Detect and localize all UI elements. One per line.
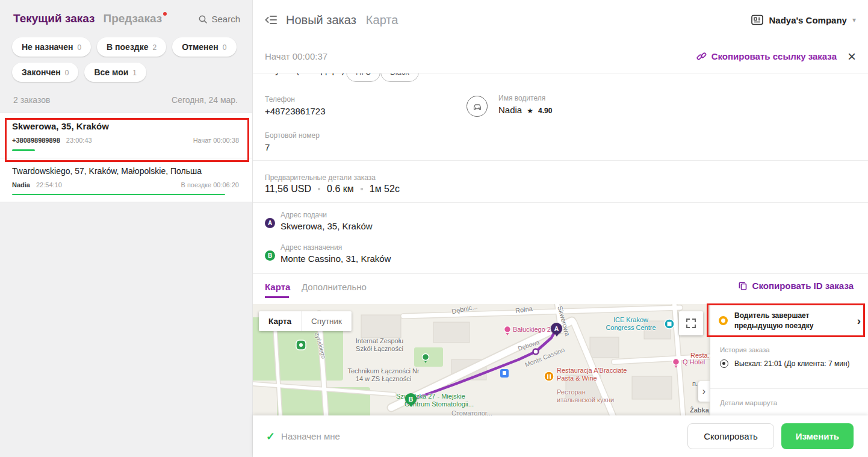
map-marker-b[interactable]: B — [405, 393, 417, 405]
company-selector[interactable]: Nadya's Company ▾ — [751, 13, 856, 26]
order-status: В поездке 00:06:20 — [181, 181, 240, 188]
tab-detail-additional[interactable]: Дополнительно — [302, 282, 367, 292]
order-duration: 1м 52с — [370, 184, 400, 194]
tab-current-order[interactable]: Текущий заказ — [13, 12, 95, 25]
order-subheader: Начат 00:00:37 Скопировать ссылку заказа… — [253, 40, 868, 73]
driver-status-text: Водитель завершает предыдущую поездку — [734, 311, 842, 331]
filter-label: Закончен — [22, 67, 61, 77]
tab-preorder-label: Предзаказ — [104, 12, 163, 25]
pickup-marker-a: A — [265, 218, 275, 228]
edit-order-button[interactable]: Изменить — [781, 423, 854, 449]
poi-label: Ресторан итальянской кухни — [557, 388, 617, 404]
order-card[interactable]: Twardowskiego, 57, Kraków, Małopolskie, … — [0, 158, 252, 202]
filter-label: Все мои — [94, 67, 128, 77]
driver-rating: 4.90 — [538, 107, 552, 115]
driver-status-row[interactable]: Водитель завершает предыдущую поездку › — [710, 304, 868, 338]
copy-icon — [738, 281, 748, 291]
map-type-map-button[interactable]: Карта — [259, 311, 301, 331]
filter-all-mine[interactable]: Все мои 1 — [84, 63, 146, 82]
poi-label[interactable]: ICE Krakow Congress Centre — [601, 316, 661, 332]
poi-badge-park[interactable] — [296, 340, 306, 350]
order-address: Twardowskiego, 57, Kraków, Małopolskie, … — [12, 166, 239, 176]
route-details-label: Детали маршрута — [720, 399, 777, 406]
copy-order-link-button[interactable]: Скопировать ссылку заказа — [696, 51, 837, 61]
panel-collapse-handle[interactable]: › — [698, 381, 710, 402]
search-icon — [198, 14, 208, 24]
chevron-right-icon: › — [857, 314, 861, 328]
chevron-down-icon: ▾ — [852, 16, 856, 24]
poi-label[interactable]: Bałuckiego 29 — [513, 326, 554, 334]
filter-count: 1 — [132, 69, 137, 77]
main-topbar: Новый заказ Карта Nadya's Company ▾ — [253, 0, 868, 40]
map-fullscreen-button[interactable] — [679, 311, 703, 335]
order-footer: ✓ Назначен мне Скопировать Изменить — [253, 415, 868, 457]
map-marker-a[interactable]: A — [551, 323, 562, 334]
poi-label[interactable]: Internat Zespołu Szkół Łączności — [348, 337, 411, 353]
phone-value: +48723861723 — [265, 106, 326, 116]
divider — [253, 160, 868, 161]
chevron-right-icon: › — [702, 386, 705, 397]
copy-order-button[interactable]: Скопировать — [687, 423, 774, 449]
order-driver: Nadia — [12, 181, 30, 188]
sidebar-header: Текущий заказ Предзаказ Search — [0, 0, 252, 25]
tab-detail-map[interactable]: Карта — [265, 282, 290, 292]
tab-new-order[interactable]: Новый заказ — [286, 13, 356, 27]
transit-station-icon[interactable] — [500, 369, 509, 378]
assigned-label: Назначен мне — [281, 431, 340, 441]
filter-finished[interactable]: Закончен 0 — [12, 63, 78, 82]
poi-label[interactable]: Żabka — [690, 406, 709, 414]
copy-order-id-label: Скопировать ID заказа — [752, 281, 854, 291]
filter-in-ride[interactable]: В поездке 2 — [97, 37, 166, 57]
link-icon — [696, 51, 707, 61]
filter-count: 0 — [223, 43, 227, 52]
filter-cancelled[interactable]: Отменен 0 — [172, 37, 236, 57]
pre-details-label: Предварительные детали заказа — [265, 173, 376, 182]
order-phone: +380898989898 — [12, 137, 60, 144]
main-area: Новый заказ Карта Nadya's Company ▾ Нача… — [253, 0, 868, 457]
star-icon: ★ — [527, 107, 533, 115]
order-time: 22:54:10 — [36, 181, 62, 188]
filter-label: Отменен — [182, 42, 219, 52]
company-icon — [751, 13, 764, 26]
order-distance: 0.6 км — [327, 184, 354, 194]
tab-map-view[interactable]: Карта — [366, 13, 398, 27]
map-type-controls: Карта Спутник — [259, 311, 352, 331]
phone-label: Телефон — [265, 95, 295, 104]
board-number-label: Бортовой номер — [265, 131, 320, 140]
filter-label: Не назначен — [22, 42, 73, 52]
poi-label[interactable]: Technikum Łączności Nr 14 w ZS Łączności — [344, 367, 423, 383]
collapse-sidebar-icon[interactable] — [265, 14, 277, 26]
filter-unassigned[interactable]: Не назначен 0 — [12, 37, 91, 57]
map-type-satellite-button[interactable]: Спутник — [301, 311, 352, 331]
orders-count: 2 заказов — [13, 95, 50, 105]
tab-preorder[interactable]: Предзаказ — [104, 12, 163, 25]
search-button[interactable]: Search — [198, 12, 240, 24]
map-canvas[interactable]: Dębnic... Rolna Skwerowa Bałuckiego 29 I… — [253, 304, 868, 415]
order-progress-bar — [12, 149, 35, 151]
poi-icon-ice-congress[interactable] — [665, 319, 674, 329]
order-started-timer: Начат 00:00:37 — [265, 51, 327, 61]
copy-order-id-button[interactable]: Скопировать ID заказа — [738, 281, 854, 291]
status-dot-icon — [719, 316, 728, 325]
dropoff-address: Monte Cassino, 31, Kraków — [281, 253, 391, 264]
order-card-active[interactable]: Skwerowa, 35, Kraków +380898989898 23:00… — [0, 113, 252, 158]
poi-label: Стоматолог... — [451, 409, 492, 415]
order-progress-bar — [12, 194, 225, 195]
divider — [710, 388, 868, 389]
order-history-label: История заказа — [720, 346, 770, 353]
filter-count: 0 — [77, 43, 81, 52]
poi-label[interactable]: Restauracja A'Bracciate Pasta & Wine — [557, 367, 635, 382]
company-name: Nadya's Company — [769, 15, 847, 25]
poi-pin-restaurant[interactable] — [544, 372, 554, 381]
order-time: 23:00:43 — [66, 137, 92, 144]
filter-count: 0 — [65, 69, 69, 77]
close-icon[interactable]: × — [848, 49, 856, 64]
pre-details-row: 11,56 USD 0.6 км 1м 52с — [265, 184, 400, 194]
dispatch-app: Текущий заказ Предзаказ Search Не назнач… — [0, 0, 868, 457]
route-waypoint — [533, 349, 539, 355]
separator-dot — [318, 188, 320, 190]
copy-order-link-label: Скопировать ссылку заказа — [711, 51, 837, 61]
separator-dot — [361, 188, 363, 190]
pickup-address: Skwerowa, 35, Kraków — [281, 221, 373, 231]
order-status: Начат 00:00:38 — [193, 137, 239, 144]
